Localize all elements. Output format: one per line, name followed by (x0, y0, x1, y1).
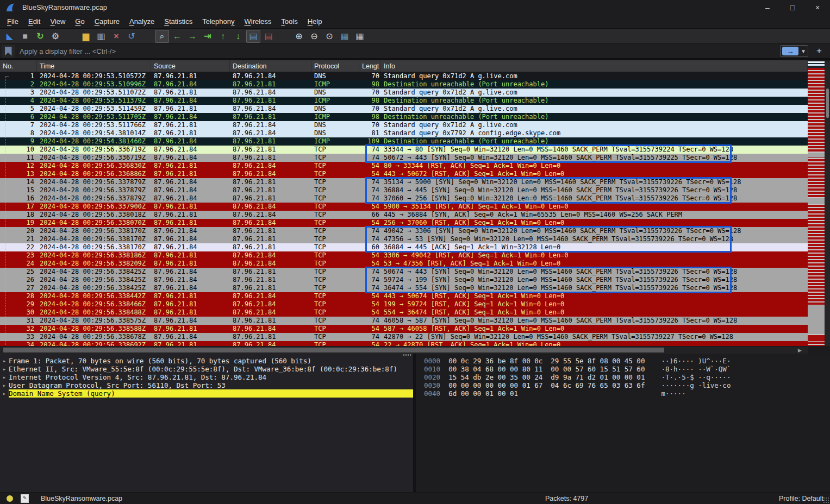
menu-wireless[interactable]: Wireless (240, 16, 277, 27)
filter-bookmark-button[interactable] (2, 45, 15, 58)
horizontal-scrollbar-thumb[interactable] (3, 348, 664, 352)
detail-line[interactable]: ▸ Frame 1: Packet, 70 bytes on wire (560… (0, 357, 413, 365)
packet-row[interactable]: 3 2024-04-28 00:29:53.511072Z 87.96.21.8… (0, 89, 808, 97)
packet-row[interactable]: 10 2024-04-28 00:29:56.336719Z 87.96.21.… (0, 146, 808, 154)
go-forward-icon[interactable]: → (185, 30, 199, 43)
col-no[interactable]: No. (0, 60, 37, 72)
packet-row[interactable]: 1 2024-04-28 00:29:53.510572Z 87.96.21.8… (0, 72, 808, 80)
resize-grip[interactable] (823, 497, 829, 503)
packet-row[interactable]: 16 2024-04-28 00:29:56.337879Z 87.96.21.… (0, 194, 808, 203)
expand-arrow-icon[interactable]: ▸ (0, 357, 9, 365)
packet-row[interactable]: 5 2024-04-28 00:29:53.511459Z 87.96.21.8… (0, 105, 808, 113)
col-length[interactable]: Lengt (359, 60, 381, 72)
packet-row[interactable]: 27 2024-04-28 00:29:56.338425Z 87.96.21.… (0, 284, 808, 292)
col-destination[interactable]: Destination (230, 60, 311, 72)
close-button[interactable]: × (805, 0, 830, 15)
horizontal-scrollbar[interactable]: ▶ (0, 346, 808, 354)
packet-minimap-scrollbar[interactable] (808, 61, 825, 346)
capture-comment-icon[interactable]: ✎ (21, 494, 29, 503)
packet-row[interactable]: 19 2024-04-28 00:29:56.338070Z 87.96.21.… (0, 219, 808, 227)
packet-row[interactable]: 28 2024-04-28 00:29:56.338442Z 87.96.21.… (0, 292, 808, 300)
colorize-packets-icon[interactable]: ▤ (261, 30, 276, 43)
menu-help[interactable]: Help (303, 16, 327, 27)
packet-row[interactable]: 15 2024-04-28 00:29:56.337879Z 87.96.21.… (0, 186, 808, 194)
zoom-out-icon[interactable]: ⊖ (307, 30, 321, 43)
go-back-icon[interactable]: ← (170, 30, 184, 43)
packet-row[interactable]: 30 2024-04-28 00:29:56.338488Z 87.96.21.… (0, 308, 808, 317)
maximize-button[interactable]: □ (780, 0, 805, 15)
restart-capture-icon[interactable]: ↻ (33, 30, 47, 43)
detail-line[interactable]: ▸ User Datagram Protocol, Src Port: 5611… (0, 381, 413, 389)
packet-row[interactable]: 25 2024-04-28 00:29:56.338425Z 87.96.21.… (0, 268, 808, 276)
packet-row[interactable]: 32 2024-04-28 00:29:56.338588Z 87.96.21.… (0, 325, 808, 333)
go-first-packet-icon[interactable]: ↑ (216, 30, 230, 43)
reload-file-icon[interactable]: ↺ (124, 30, 139, 43)
filter-dropdown-caret[interactable]: ▼ (801, 48, 806, 54)
reset-layout-icon[interactable]: ▦ (353, 30, 367, 43)
menu-statistics[interactable]: Statistics (159, 16, 197, 27)
expand-arrow-icon[interactable]: ▸ (0, 373, 9, 381)
expand-arrow-icon[interactable]: ▸ (0, 365, 9, 373)
zoom-in-icon[interactable]: ⊕ (292, 30, 306, 43)
minimize-button[interactable]: – (755, 0, 780, 15)
packet-row[interactable]: 12 2024-04-28 00:29:56.336830Z 87.96.21.… (0, 162, 808, 170)
go-last-packet-icon[interactable]: ↓ (231, 30, 245, 43)
separator[interactable] (140, 30, 154, 43)
display-filter-input[interactable]: Apply a display filter ... <Ctrl-/> (20, 47, 780, 55)
resize-columns-icon[interactable]: ▦ (338, 30, 352, 43)
scroll-right-arrow-icon[interactable]: ▶ (798, 348, 802, 353)
close-file-icon[interactable]: × (109, 30, 123, 43)
packet-row[interactable]: 18 2024-04-28 00:29:56.338018Z 87.96.21.… (0, 211, 808, 219)
packet-row[interactable]: 9 2024-04-28 00:29:54.381460Z 87.96.21.8… (0, 137, 808, 146)
packet-row[interactable]: 21 2024-04-28 00:29:56.338170Z 87.96.21.… (0, 235, 808, 243)
packet-row[interactable]: 20 2024-04-28 00:29:56.338170Z 87.96.21.… (0, 227, 808, 235)
menu-tools[interactable]: Tools (276, 16, 302, 27)
menu-analyze[interactable]: Analyze (124, 16, 159, 27)
stop-capture-icon[interactable]: ■ (18, 30, 32, 43)
detail-line[interactable]: ▸ Domain Name System (query) (0, 389, 413, 398)
packet-row[interactable]: 31 2024-04-28 00:29:56.338575Z 87.96.21.… (0, 317, 808, 325)
packet-row[interactable]: 22 2024-04-28 00:29:56.338170Z 87.96.21.… (0, 243, 808, 251)
go-to-packet-icon[interactable]: ⇥ (201, 30, 215, 43)
capture-options-icon[interactable]: ⚙ (48, 30, 63, 43)
packet-row[interactable]: 4 2024-04-28 00:29:53.511379Z 87.96.21.8… (0, 97, 808, 105)
packet-row[interactable]: 17 2024-04-28 00:29:56.337900Z 87.96.21.… (0, 203, 808, 211)
packet-row[interactable]: 14 2024-04-28 00:29:56.337879Z 87.96.21.… (0, 178, 808, 186)
packet-row[interactable]: 2 2024-04-28 00:29:53.510996Z 87.96.21.8… (0, 80, 808, 89)
packet-row[interactable]: 33 2024-04-28 00:29:56.338678Z 87.96.21.… (0, 333, 808, 341)
col-source[interactable]: Source (151, 60, 230, 72)
col-time[interactable]: Time (37, 60, 151, 72)
menu-capture[interactable]: Capture (90, 16, 124, 27)
col-info[interactable]: Info (381, 60, 808, 72)
packet-row[interactable]: 24 2024-04-28 00:29:56.338209Z 87.96.21.… (0, 260, 808, 268)
separator[interactable] (64, 30, 78, 43)
apply-filter-button[interactable]: → (782, 47, 798, 55)
zoom-reset-icon[interactable]: ⊙ (322, 30, 336, 43)
packet-row[interactable]: 7 2024-04-28 00:29:53.511766Z 87.96.21.8… (0, 121, 808, 129)
expand-arrow-icon[interactable]: ▸ (0, 389, 9, 398)
save-file-icon[interactable]: ▥ (94, 30, 108, 43)
separator[interactable] (277, 30, 291, 43)
vertical-scrollbar-thumb[interactable] (826, 89, 829, 118)
start-capture-icon[interactable]: ◣ (3, 30, 17, 43)
open-file-icon[interactable]: ▆ (79, 30, 93, 43)
detail-line[interactable]: ▸ Ethernet II, Src: VMware_55:5e:8f (00:… (0, 365, 413, 373)
auto-scroll-icon[interactable]: ▤ (246, 30, 260, 43)
packet-row[interactable]: 6 2024-04-28 00:29:53.511705Z 87.96.21.8… (0, 113, 808, 121)
menu-edit[interactable]: Edit (23, 16, 45, 27)
expand-arrow-icon[interactable]: ▸ (0, 381, 9, 389)
pane-splitter-handle[interactable] (403, 354, 411, 356)
packet-row[interactable]: 26 2024-04-28 00:29:56.338425Z 87.96.21.… (0, 276, 808, 284)
packet-row[interactable]: 11 2024-04-28 00:29:56.336719Z 87.96.21.… (0, 154, 808, 162)
packet-row[interactable]: 8 2024-04-28 00:29:54.381014Z 87.96.21.8… (0, 129, 808, 137)
menu-telephony[interactable]: Telephony (197, 16, 239, 27)
packet-row[interactable]: 23 2024-04-28 00:29:56.338186Z 87.96.21.… (0, 251, 808, 260)
add-filter-button[interactable]: + (813, 45, 826, 57)
packet-row[interactable]: 34 2024-04-28 00:29:56.338692Z 87.96.21.… (0, 341, 808, 346)
hex-row[interactable]: 0020 15 54 db 2e 00 35 00 24d9 9a 71 d2 … (424, 373, 830, 381)
vertical-scrollbar[interactable] (825, 61, 830, 346)
menu-go[interactable]: Go (70, 16, 89, 27)
status-profile[interactable]: Profile: Default (779, 495, 823, 502)
hex-row[interactable]: 0000 00 0c 29 36 be 8f 00 0c29 55 5e 8f … (424, 357, 830, 365)
packet-row[interactable]: 13 2024-04-28 00:29:56.336886Z 87.96.21.… (0, 170, 808, 178)
